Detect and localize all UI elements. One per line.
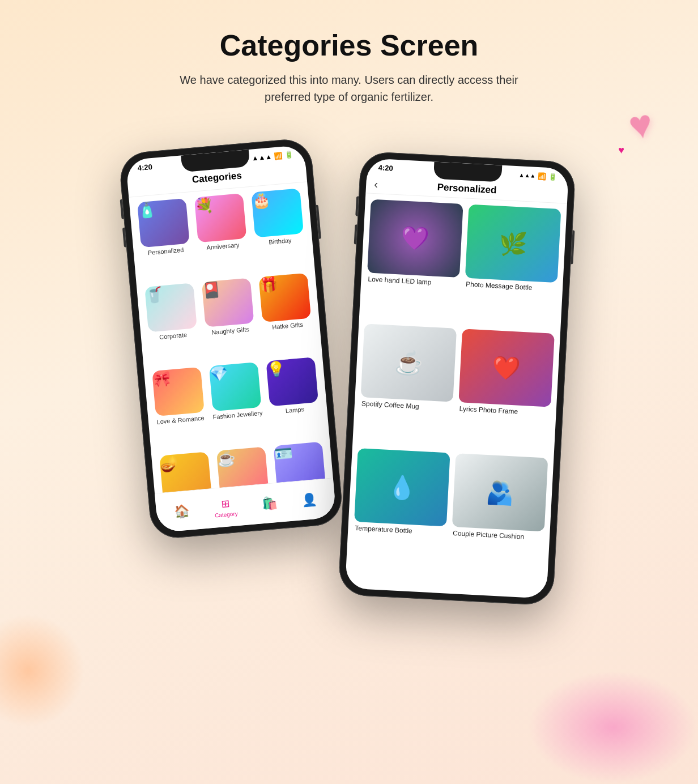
category-label: Lamps: [285, 406, 304, 414]
nav-item-profile[interactable]: 👤: [301, 492, 317, 508]
list-item[interactable]: 🧴 Personalized: [135, 198, 194, 283]
category-label: Naughty Gifts: [211, 326, 249, 336]
bg-decoration-left: [0, 614, 85, 727]
list-item[interactable]: 💐 Anniversary: [192, 193, 252, 278]
product-label: Photo Message Bottle: [465, 280, 557, 293]
nav-item-home[interactable]: 🏠: [174, 503, 190, 519]
category-label: Fashion Jewellery: [212, 410, 263, 421]
list-item[interactable]: 💜 Love hand LED lamp: [365, 199, 463, 323]
category-image-jewellery: 💎: [209, 362, 262, 411]
status-time-2: 4:20: [378, 163, 393, 172]
signal-icon-2: ▲▲▲: [518, 172, 535, 179]
cart-icon: 🛍️: [261, 496, 278, 512]
personalized-grid: 💜 Love hand LED lamp 🌿 Photo Message Bot…: [346, 193, 567, 583]
list-item[interactable]: 💧 Temperature Bottle: [352, 448, 450, 572]
categories-title: Categories: [191, 170, 242, 185]
product-label: Lyrics Photo Frame: [458, 404, 551, 417]
category-image-lamps: 💡: [266, 357, 319, 406]
product-image-bottle: 🌿: [465, 204, 561, 283]
list-item[interactable]: 🌿 Photo Message Bottle: [463, 204, 561, 328]
phone-personalized: 4:20 ▲▲▲ 📶 🔋 ‹ Personalized 💜 Love: [338, 151, 576, 606]
bg-decoration-pink: [528, 671, 698, 784]
category-label: Birthday: [269, 237, 292, 245]
wifi-icon-2: 📶: [538, 172, 547, 181]
grid-icon: ⊞: [220, 497, 230, 510]
category-label: Hatke Gifts: [272, 321, 303, 330]
status-icons-2: ▲▲▲ 📶 🔋: [518, 171, 557, 181]
nav-item-category[interactable]: ⊞ Category: [214, 496, 239, 518]
category-image-hatke: 🎁: [259, 272, 312, 322]
phone-personalized-screen: 4:20 ▲▲▲ 📶 🔋 ‹ Personalized 💜 Love: [345, 158, 569, 599]
signal-icon: ▲▲▲: [252, 152, 273, 162]
list-item[interactable]: 🎀 Love & Romance: [150, 367, 209, 451]
phone-notch-2: [433, 161, 502, 182]
page-subtitle: We have categorized this into many. User…: [156, 71, 542, 105]
product-image-lyrics: ❤️: [458, 329, 555, 407]
phone-categories: 4:20 ▲▲▲ 📶 🔋 Categories 🧴 Personalized: [118, 137, 344, 540]
page-header: Categories Screen We have categorized th…: [0, 0, 698, 122]
phone-categories-screen: 4:20 ▲▲▲ 📶 🔋 Categories 🧴 Personalized: [126, 144, 337, 532]
product-image-led: 💜: [367, 199, 463, 278]
battery-icon: 🔋: [284, 151, 293, 159]
list-item[interactable]: ❤️ Lyrics Photo Frame: [456, 329, 555, 452]
category-label: Love & Romance: [156, 415, 205, 425]
phones-container: 4:20 ▲▲▲ 📶 🔋 Categories 🧴 Personalized: [0, 122, 698, 617]
back-button[interactable]: ‹: [374, 177, 378, 190]
category-image-naughty: 🎴: [202, 278, 254, 327]
product-label: Love hand LED lamp: [367, 275, 459, 288]
product-label: Couple Picture Cushion: [452, 529, 544, 542]
category-image-birthday: 🎂: [252, 188, 304, 237]
nav-item-cart[interactable]: 🛍️: [261, 496, 278, 512]
battery-icon-2: 🔋: [548, 173, 557, 181]
list-item[interactable]: 💎 Fashion Jewellery: [207, 362, 266, 446]
category-label: Corporate: [159, 331, 188, 340]
list-item[interactable]: 🎴 Naughty Gifts: [199, 278, 259, 362]
category-image-corporate: 🥤: [144, 283, 197, 332]
status-icons-1: ▲▲▲ 📶 🔋: [252, 151, 294, 162]
category-image-personalized: 🧴: [137, 198, 190, 248]
list-item[interactable]: 🎁 Hatke Gifts: [257, 272, 316, 357]
list-item[interactable]: 🎂 Birthday: [249, 188, 309, 272]
home-icon: 🏠: [174, 503, 190, 519]
product-image-temp-bottle: 💧: [354, 448, 450, 526]
product-label: Temperature Bottle: [354, 524, 446, 537]
page-title: Categories Screen: [11, 28, 687, 62]
list-item[interactable]: 🫂 Couple Picture Cushion: [450, 453, 548, 577]
wifi-icon: 📶: [274, 151, 283, 160]
product-image-cushion: 🫂: [452, 453, 548, 531]
status-time-1: 4:20: [137, 163, 152, 172]
category-label: Personalized: [147, 246, 184, 256]
category-label: Anniversary: [206, 241, 240, 251]
product-label: Spotify Coffee Mug: [360, 399, 453, 412]
list-item[interactable]: 💡 Lamps: [264, 357, 324, 441]
list-item[interactable]: ☕ Spotify Coffee Mug: [358, 323, 457, 447]
list-item[interactable]: 🥤 Corporate: [142, 283, 202, 367]
category-image-anniversary: 💐: [194, 193, 247, 242]
nav-category-label: Category: [215, 510, 238, 518]
profile-icon: 👤: [301, 492, 317, 508]
product-image-mug: ☕: [361, 323, 457, 402]
category-image-love: 🎀: [152, 367, 205, 416]
